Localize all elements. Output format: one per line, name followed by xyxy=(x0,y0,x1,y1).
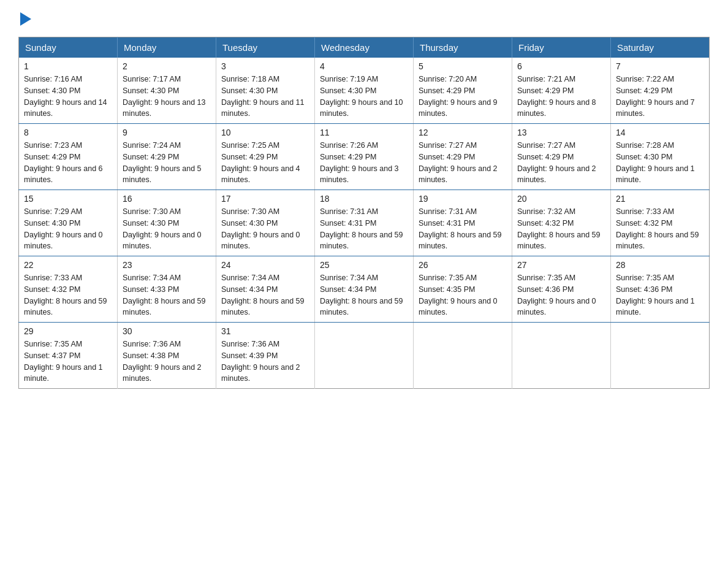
day-number: 3 xyxy=(221,61,309,71)
day-number: 28 xyxy=(616,260,704,270)
calendar-cell xyxy=(315,323,414,389)
calendar-cell xyxy=(512,323,611,389)
day-number: 12 xyxy=(419,128,507,137)
calendar-cell xyxy=(611,323,710,389)
day-info: Sunrise: 7:24 AMSunset: 4:29 PMDaylight:… xyxy=(123,141,202,184)
calendar-week-row: 15 Sunrise: 7:29 AMSunset: 4:30 PMDaylig… xyxy=(19,190,710,256)
calendar-cell: 4 Sunrise: 7:19 AMSunset: 4:30 PMDayligh… xyxy=(315,58,414,124)
day-number: 20 xyxy=(517,194,605,204)
day-info: Sunrise: 7:33 AMSunset: 4:32 PMDaylight:… xyxy=(24,274,107,316)
calendar-week-row: 8 Sunrise: 7:23 AMSunset: 4:29 PMDayligh… xyxy=(19,124,710,190)
weekday-header-friday: Friday xyxy=(512,37,611,58)
day-info: Sunrise: 7:34 AMSunset: 4:33 PMDaylight:… xyxy=(123,274,206,316)
calendar-week-row: 1 Sunrise: 7:16 AMSunset: 4:30 PMDayligh… xyxy=(19,58,710,124)
calendar-cell: 16 Sunrise: 7:30 AMSunset: 4:30 PMDaylig… xyxy=(118,190,216,256)
calendar-cell: 20 Sunrise: 7:32 AMSunset: 4:32 PMDaylig… xyxy=(512,190,611,256)
page-header xyxy=(18,12,710,25)
day-info: Sunrise: 7:36 AMSunset: 4:39 PMDaylight:… xyxy=(221,340,300,383)
day-info: Sunrise: 7:28 AMSunset: 4:30 PMDaylight:… xyxy=(616,141,695,184)
weekday-header-thursday: Thursday xyxy=(414,37,512,58)
day-number: 27 xyxy=(517,260,605,270)
day-number: 11 xyxy=(320,128,408,137)
calendar-cell: 11 Sunrise: 7:26 AMSunset: 4:29 PMDaylig… xyxy=(315,124,414,190)
day-info: Sunrise: 7:23 AMSunset: 4:29 PMDaylight:… xyxy=(24,141,103,184)
calendar-cell xyxy=(414,323,512,389)
calendar-cell: 17 Sunrise: 7:30 AMSunset: 4:30 PMDaylig… xyxy=(216,190,315,256)
weekday-header-saturday: Saturday xyxy=(611,37,710,58)
day-info: Sunrise: 7:20 AMSunset: 4:29 PMDaylight:… xyxy=(419,75,498,118)
calendar-week-row: 29 Sunrise: 7:35 AMSunset: 4:37 PMDaylig… xyxy=(19,323,710,389)
day-info: Sunrise: 7:35 AMSunset: 4:36 PMDaylight:… xyxy=(517,274,596,316)
calendar-cell: 2 Sunrise: 7:17 AMSunset: 4:30 PMDayligh… xyxy=(118,58,216,124)
calendar-cell: 31 Sunrise: 7:36 AMSunset: 4:39 PMDaylig… xyxy=(216,323,315,389)
day-info: Sunrise: 7:36 AMSunset: 4:38 PMDaylight:… xyxy=(123,340,202,383)
day-info: Sunrise: 7:34 AMSunset: 4:34 PMDaylight:… xyxy=(221,274,305,316)
calendar-cell: 23 Sunrise: 7:34 AMSunset: 4:33 PMDaylig… xyxy=(118,256,216,323)
calendar-cell: 7 Sunrise: 7:22 AMSunset: 4:29 PMDayligh… xyxy=(611,58,710,124)
calendar-cell: 27 Sunrise: 7:35 AMSunset: 4:36 PMDaylig… xyxy=(512,256,611,323)
calendar-cell: 10 Sunrise: 7:25 AMSunset: 4:29 PMDaylig… xyxy=(216,124,315,190)
calendar-cell: 21 Sunrise: 7:33 AMSunset: 4:32 PMDaylig… xyxy=(611,190,710,256)
calendar-cell: 1 Sunrise: 7:16 AMSunset: 4:30 PMDayligh… xyxy=(19,58,118,124)
day-number: 18 xyxy=(320,194,408,204)
calendar-table: SundayMondayTuesdayWednesdayThursdayFrid… xyxy=(18,37,710,389)
calendar-cell: 9 Sunrise: 7:24 AMSunset: 4:29 PMDayligh… xyxy=(118,124,216,190)
day-info: Sunrise: 7:29 AMSunset: 4:30 PMDaylight:… xyxy=(24,207,103,250)
calendar-cell: 14 Sunrise: 7:28 AMSunset: 4:30 PMDaylig… xyxy=(611,124,710,190)
day-info: Sunrise: 7:35 AMSunset: 4:36 PMDaylight:… xyxy=(616,274,695,316)
day-number: 14 xyxy=(616,128,704,137)
logo xyxy=(18,12,31,25)
day-info: Sunrise: 7:34 AMSunset: 4:34 PMDaylight:… xyxy=(320,274,403,316)
day-info: Sunrise: 7:21 AMSunset: 4:29 PMDaylight:… xyxy=(517,75,596,118)
day-number: 23 xyxy=(123,260,211,270)
day-number: 4 xyxy=(320,61,408,71)
day-info: Sunrise: 7:30 AMSunset: 4:30 PMDaylight:… xyxy=(221,207,300,250)
calendar-cell: 24 Sunrise: 7:34 AMSunset: 4:34 PMDaylig… xyxy=(216,256,315,323)
day-number: 10 xyxy=(221,128,309,137)
calendar-cell: 22 Sunrise: 7:33 AMSunset: 4:32 PMDaylig… xyxy=(19,256,118,323)
day-number: 5 xyxy=(419,61,507,71)
day-info: Sunrise: 7:22 AMSunset: 4:29 PMDaylight:… xyxy=(616,75,695,118)
day-info: Sunrise: 7:31 AMSunset: 4:31 PMDaylight:… xyxy=(419,207,502,250)
calendar-cell: 13 Sunrise: 7:27 AMSunset: 4:29 PMDaylig… xyxy=(512,124,611,190)
day-number: 22 xyxy=(24,260,112,270)
day-number: 24 xyxy=(221,260,309,270)
calendar-cell: 3 Sunrise: 7:18 AMSunset: 4:30 PMDayligh… xyxy=(216,58,315,124)
day-number: 21 xyxy=(616,194,704,204)
day-number: 13 xyxy=(517,128,605,137)
day-info: Sunrise: 7:25 AMSunset: 4:29 PMDaylight:… xyxy=(221,141,300,184)
day-info: Sunrise: 7:31 AMSunset: 4:31 PMDaylight:… xyxy=(320,207,403,250)
calendar-week-row: 22 Sunrise: 7:33 AMSunset: 4:32 PMDaylig… xyxy=(19,256,710,323)
weekday-header-row: SundayMondayTuesdayWednesdayThursdayFrid… xyxy=(19,37,710,58)
day-info: Sunrise: 7:19 AMSunset: 4:30 PMDaylight:… xyxy=(320,75,403,118)
day-info: Sunrise: 7:27 AMSunset: 4:29 PMDaylight:… xyxy=(419,141,498,184)
calendar-cell: 28 Sunrise: 7:35 AMSunset: 4:36 PMDaylig… xyxy=(611,256,710,323)
day-number: 19 xyxy=(419,194,507,204)
logo-triangle-icon xyxy=(20,12,31,26)
day-info: Sunrise: 7:35 AMSunset: 4:37 PMDaylight:… xyxy=(24,340,103,383)
day-number: 26 xyxy=(419,260,507,270)
day-number: 31 xyxy=(221,326,309,336)
day-info: Sunrise: 7:35 AMSunset: 4:35 PMDaylight:… xyxy=(419,274,498,316)
day-info: Sunrise: 7:33 AMSunset: 4:32 PMDaylight:… xyxy=(616,207,699,250)
day-number: 6 xyxy=(517,61,605,71)
day-info: Sunrise: 7:16 AMSunset: 4:30 PMDaylight:… xyxy=(24,75,107,118)
calendar-cell: 29 Sunrise: 7:35 AMSunset: 4:37 PMDaylig… xyxy=(19,323,118,389)
weekday-header-monday: Monday xyxy=(118,37,216,58)
day-number: 9 xyxy=(123,128,211,137)
day-number: 17 xyxy=(221,194,309,204)
calendar-cell: 5 Sunrise: 7:20 AMSunset: 4:29 PMDayligh… xyxy=(414,58,512,124)
day-number: 15 xyxy=(24,194,112,204)
calendar-cell: 15 Sunrise: 7:29 AMSunset: 4:30 PMDaylig… xyxy=(19,190,118,256)
day-number: 30 xyxy=(123,326,211,336)
day-number: 29 xyxy=(24,326,112,336)
day-number: 1 xyxy=(24,61,112,71)
day-number: 16 xyxy=(123,194,211,204)
calendar-cell: 30 Sunrise: 7:36 AMSunset: 4:38 PMDaylig… xyxy=(118,323,216,389)
calendar-cell: 26 Sunrise: 7:35 AMSunset: 4:35 PMDaylig… xyxy=(414,256,512,323)
weekday-header-sunday: Sunday xyxy=(19,37,118,58)
calendar-cell: 8 Sunrise: 7:23 AMSunset: 4:29 PMDayligh… xyxy=(19,124,118,190)
day-info: Sunrise: 7:32 AMSunset: 4:32 PMDaylight:… xyxy=(517,207,601,250)
day-info: Sunrise: 7:18 AMSunset: 4:30 PMDaylight:… xyxy=(221,75,305,118)
weekday-header-wednesday: Wednesday xyxy=(315,37,414,58)
